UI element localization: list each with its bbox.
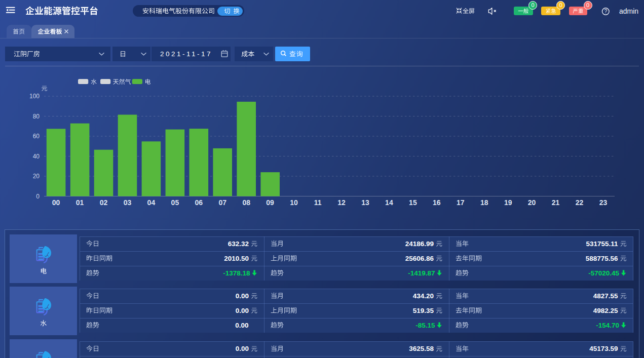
svg-text:60: 60 bbox=[33, 133, 40, 140]
svg-text:08: 08 bbox=[242, 198, 250, 207]
svg-text:45173.59: 45173.59 bbox=[589, 345, 618, 352]
svg-text:16: 16 bbox=[433, 198, 441, 207]
svg-text:0: 0 bbox=[36, 193, 40, 200]
svg-text:06: 06 bbox=[195, 198, 203, 207]
svg-text:40: 40 bbox=[33, 153, 40, 160]
svg-text:07: 07 bbox=[218, 198, 226, 207]
svg-text:2010.50: 2010.50 bbox=[224, 255, 249, 262]
svg-text:-154.70: -154.70 bbox=[596, 322, 619, 329]
svg-text:17: 17 bbox=[457, 198, 465, 207]
svg-text:15: 15 bbox=[409, 198, 417, 207]
svg-text:100: 100 bbox=[29, 93, 40, 100]
svg-text:80: 80 bbox=[33, 113, 40, 120]
svg-text:10: 10 bbox=[290, 198, 298, 207]
svg-text:13: 13 bbox=[361, 198, 369, 207]
svg-text:3625.58: 3625.58 bbox=[409, 345, 434, 352]
svg-text:519.35: 519.35 bbox=[413, 307, 434, 314]
svg-text:21: 21 bbox=[552, 198, 560, 207]
svg-text:-1419.87: -1419.87 bbox=[408, 269, 435, 277]
svg-text:12: 12 bbox=[337, 198, 346, 207]
svg-text:0.00: 0.00 bbox=[235, 322, 248, 329]
svg-text:00: 00 bbox=[52, 198, 60, 207]
svg-text:09: 09 bbox=[266, 198, 274, 207]
svg-text:20: 20 bbox=[528, 198, 536, 207]
svg-text:18: 18 bbox=[480, 198, 488, 207]
svg-text:05: 05 bbox=[171, 198, 179, 207]
svg-text:0.00: 0.00 bbox=[236, 292, 249, 300]
svg-text:04: 04 bbox=[147, 198, 156, 207]
svg-text:22: 22 bbox=[576, 198, 584, 207]
svg-text:531755.11: 531755.11 bbox=[586, 240, 618, 248]
svg-text:02: 02 bbox=[100, 198, 108, 207]
svg-text:03: 03 bbox=[124, 198, 132, 207]
svg-text:2021-11-17: 2021-11-17 bbox=[160, 50, 212, 58]
svg-text:14: 14 bbox=[385, 198, 393, 207]
svg-text:4982.25: 4982.25 bbox=[593, 307, 618, 314]
svg-text:24186.99: 24186.99 bbox=[405, 240, 434, 248]
svg-text:25606.86: 25606.86 bbox=[405, 255, 434, 262]
svg-text:0.00: 0.00 bbox=[236, 345, 249, 352]
svg-text:-1378.18: -1378.18 bbox=[223, 269, 250, 277]
svg-text:01: 01 bbox=[76, 198, 84, 207]
svg-text:19: 19 bbox=[504, 198, 512, 207]
svg-text:0.00: 0.00 bbox=[236, 307, 249, 314]
svg-text:admin: admin bbox=[619, 7, 638, 15]
svg-text:632.32: 632.32 bbox=[228, 240, 249, 248]
svg-text:434.20: 434.20 bbox=[413, 292, 434, 300]
svg-text:11: 11 bbox=[314, 198, 322, 207]
svg-text:-57020.45: -57020.45 bbox=[588, 269, 619, 277]
svg-text:4827.55: 4827.55 bbox=[593, 292, 618, 300]
svg-text:-85.15: -85.15 bbox=[415, 322, 435, 329]
svg-text:23: 23 bbox=[599, 198, 608, 207]
svg-text:?: ? bbox=[604, 8, 607, 14]
svg-text:588775.56: 588775.56 bbox=[586, 255, 618, 262]
svg-text:20: 20 bbox=[33, 173, 40, 180]
